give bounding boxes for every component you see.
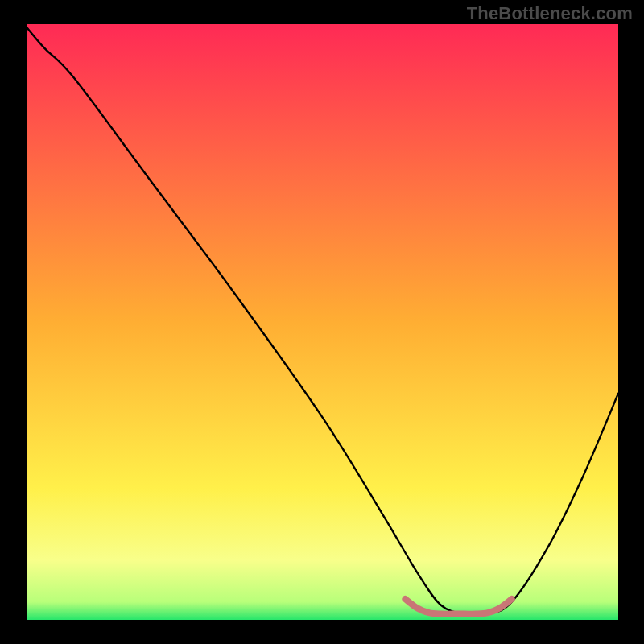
plot-background (27, 24, 618, 620)
watermark-text: TheBottleneck.com (467, 3, 633, 24)
chart-stage: TheBottleneck.com (0, 0, 644, 644)
bottleneck-plot (0, 0, 644, 644)
